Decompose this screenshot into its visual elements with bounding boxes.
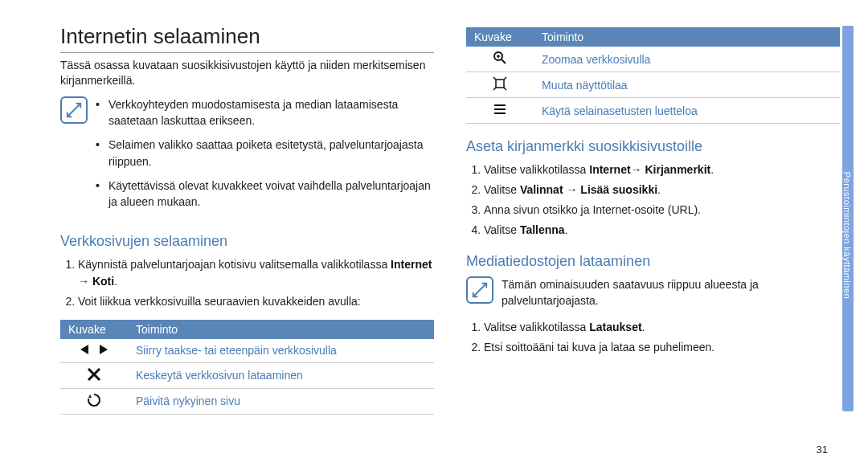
list-item: Anna sivun otsikko ja Internet-osoite (U… [484, 202, 840, 219]
note-content: Tämän ominaisuuden saatavuus riippuu alu… [502, 276, 840, 309]
steps-list: Valitse valikkotilassa Lataukset. Etsi s… [466, 319, 840, 356]
svg-line-11 [504, 77, 506, 80]
list-item: Voit liikkua verkkosivuilla seuraavien k… [78, 293, 434, 310]
svg-rect-9 [496, 80, 504, 88]
svg-marker-4 [88, 394, 92, 398]
bold-text: Tallenna [520, 223, 565, 236]
steps-list: Käynnistä palveluntarjoajan kotisivu val… [60, 256, 434, 310]
text: . [710, 163, 714, 176]
svg-rect-15 [494, 108, 506, 110]
th-icon: Kuvake [60, 320, 128, 339]
fn-cell: Zoomaa verkkosivulla [534, 47, 840, 72]
th-function: Toiminto [128, 320, 434, 339]
list-item: Valitse valikkotilassa Internet→ Kirjanm… [484, 161, 840, 178]
note-icon [466, 276, 493, 304]
text: . [565, 223, 568, 236]
note-icon [60, 96, 88, 124]
side-tab-label: Perustoimintojen käyttäminen [842, 171, 852, 298]
svg-line-13 [504, 88, 506, 90]
text: → [563, 183, 581, 196]
svg-line-10 [493, 77, 496, 80]
section-heading: Aseta kirjanmerkki suosikkisivustoille [466, 138, 840, 155]
th-icon: Kuvake [466, 27, 534, 47]
display-mode-icon [466, 72, 534, 98]
text: Valitse valikkotilassa [484, 163, 589, 176]
nav-arrows-icon [60, 339, 128, 363]
table-row: Keskeytä verkkosivun lataaminen [60, 362, 434, 388]
svg-rect-16 [494, 112, 506, 114]
note-content: Verkkoyhteyden muodostamisesta ja median… [96, 96, 434, 219]
section-heading: Mediatiedostojen lataaminen [466, 253, 840, 270]
settings-list-icon [466, 98, 534, 124]
page-number: 31 [817, 443, 828, 456]
table-row: Käytä selainasetusten luetteloa [466, 98, 840, 124]
section-heading: Verkkosivujen selaaminen [60, 233, 434, 250]
bold-text: Valinnat [520, 183, 563, 196]
right-column: Kuvake Toiminto Zoomaa verkkosivulla Muu… [466, 24, 840, 454]
list-item: Käynnistä palveluntarjoajan kotisivu val… [78, 256, 434, 290]
fn-cell: Siirry taakse- tai eteenpäin verkkosivul… [128, 339, 434, 363]
bold-text: Lisää suosikki [580, 183, 657, 196]
bold-text: Internet [589, 163, 630, 176]
bold-text: Kirjanmerkit [645, 163, 710, 176]
svg-rect-14 [494, 104, 506, 106]
steps-list: Valitse valikkotilassa Internet→ Kirjanm… [466, 161, 840, 239]
svg-line-6 [502, 59, 506, 63]
bold-text: Lataukset [589, 321, 641, 333]
zoom-icon [466, 47, 534, 72]
page-title: Internetin selaaminen [60, 24, 434, 53]
text: Valitse [484, 223, 520, 236]
fn-cell: Keskeytä verkkosivun lataaminen [128, 362, 434, 388]
icon-function-table: Kuvake Toiminto Siirry taakse- tai eteen… [60, 320, 434, 415]
stop-icon [60, 362, 128, 388]
text: Käynnistä palveluntarjoajan kotisivu val… [78, 258, 391, 271]
note-item: Verkkoyhteyden muodostamisesta ja median… [96, 96, 434, 129]
text: Valitse [484, 183, 520, 196]
table-row: Päivitä nykyinen sivu [60, 388, 434, 414]
fn-cell: Käytä selainasetusten luetteloa [534, 98, 840, 124]
refresh-icon [60, 388, 128, 414]
fn-cell: Päivitä nykyinen sivu [128, 388, 434, 414]
text: Valitse valikkotilassa [484, 321, 589, 333]
note-item: Käytettävissä olevat kuvakkeet voivat va… [96, 178, 434, 210]
left-column: Internetin selaaminen Tässä osassa kuvat… [60, 24, 434, 454]
table-row: Siirry taakse- tai eteenpäin verkkosivul… [60, 339, 434, 363]
svg-marker-0 [80, 345, 88, 354]
icon-function-table-2: Kuvake Toiminto Zoomaa verkkosivulla Muu… [466, 27, 840, 124]
intro-text: Tässä osassa kuvataan suosikkisivustojen… [60, 58, 434, 88]
text: → [78, 275, 92, 288]
bold-text: Internet [391, 258, 432, 271]
list-item: Valitse Tallenna. [484, 222, 840, 239]
text: → [631, 163, 645, 176]
table-row: Zoomaa verkkosivulla [466, 47, 840, 72]
note-block: Tämän ominaisuuden saatavuus riippuu alu… [466, 276, 840, 309]
note-text: Tämän ominaisuuden saatavuus riippuu alu… [502, 278, 759, 307]
list-item: Valitse Valinnat → Lisää suosikki. [484, 182, 840, 198]
th-function: Toiminto [534, 27, 840, 47]
fn-cell: Muuta näyttötilaa [534, 72, 840, 98]
table-row: Muuta näyttötilaa [466, 72, 840, 98]
svg-marker-1 [100, 345, 108, 354]
note-block: Verkkoyhteyden muodostamisesta ja median… [60, 96, 434, 219]
text: . [657, 183, 661, 196]
text: . [114, 275, 117, 288]
list-item: Etsi soittoääni tai kuva ja lataa se puh… [484, 339, 840, 356]
note-item: Selaimen valikko saattaa poiketa esitety… [96, 137, 434, 170]
list-item: Valitse valikkotilassa Lataukset. [484, 319, 840, 336]
svg-line-12 [493, 88, 496, 90]
bold-text: Koti [92, 275, 114, 288]
text: . [642, 321, 645, 333]
